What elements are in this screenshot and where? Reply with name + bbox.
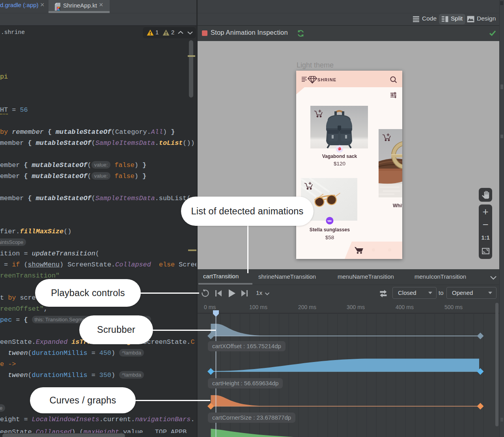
svg-text:$120: $120: [334, 161, 345, 167]
svg-text:$58: $58: [325, 234, 334, 240]
svg-text:SHRINE: SHRINE: [317, 77, 336, 82]
svg-text:Stella sunglasses: Stella sunglasses: [310, 227, 350, 233]
svg-text:Vagabond sack: Vagabond sack: [322, 154, 357, 159]
svg-text:White: White: [393, 203, 402, 208]
